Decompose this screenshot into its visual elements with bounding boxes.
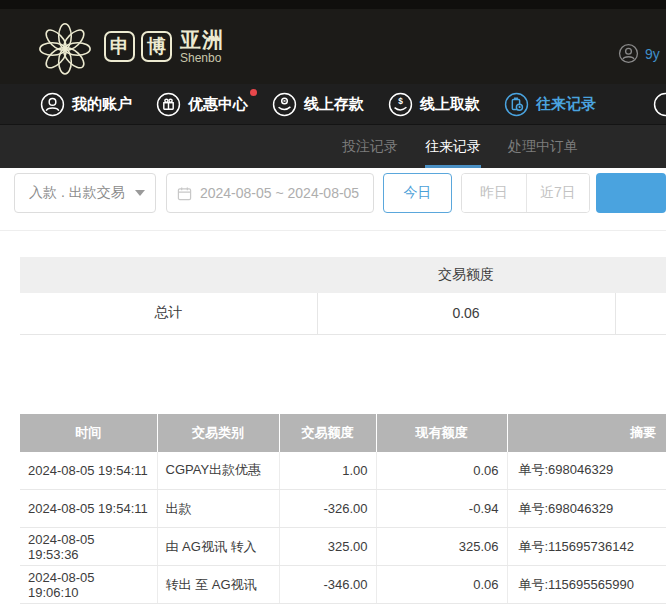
- cell-summary: 单号:698046329: [507, 490, 666, 528]
- cell-amount: -326.00: [279, 490, 376, 528]
- col-header-summary: 摘要: [507, 414, 666, 452]
- nav-item-my-account[interactable]: 我的账户: [40, 92, 132, 117]
- cell-amount: 325.00: [279, 528, 376, 566]
- brand-subtitle: Shenbo: [180, 52, 224, 64]
- col-header-balance: 现有额度: [376, 414, 507, 452]
- cell-amount: -346.00: [279, 566, 376, 604]
- brand-region: 亚洲: [180, 29, 224, 50]
- search-button[interactable]: [596, 173, 666, 213]
- cell-balance: 0.06: [376, 566, 507, 604]
- brand-char-bo: 博: [141, 31, 172, 62]
- filter-toolbar: 入款 . 出款交易 2024-08-05 ~ 2024-08-05 今日 昨日 …: [0, 168, 666, 213]
- date-range-value: 2024-08-05 ~ 2024-08-05: [200, 185, 359, 201]
- summary-header-spacer: [615, 257, 666, 293]
- nav-item-promotions[interactable]: 优惠中心: [156, 92, 248, 117]
- cell-balance: -0.94: [376, 490, 507, 528]
- username-text: 9y: [645, 46, 660, 62]
- main-navbar: 我的账户 优惠中心 线上存款 $ 线上取款: [0, 84, 666, 124]
- deposit-hand-coin-icon: [272, 92, 297, 117]
- cell-summary: 单号:115695736142: [507, 528, 666, 566]
- summary-total-label: 总计: [20, 293, 317, 334]
- records-tab-bar: 投注记录 往来记录 处理中订单: [0, 124, 666, 168]
- cell-summary: 单号:115695565990: [507, 566, 666, 604]
- transaction-type-select[interactable]: 入款 . 出款交易: [14, 173, 156, 213]
- transaction-type-value: 入款 . 出款交易: [29, 184, 125, 202]
- nav-label: 我的账户: [72, 95, 132, 114]
- user-icon: [40, 92, 65, 117]
- top-brand-bar: 申 博 亚洲 Shenbo 9y: [0, 0, 666, 84]
- nav-label: 优惠中心: [188, 95, 248, 114]
- section-divider: [0, 230, 666, 231]
- gift-icon: [156, 92, 181, 117]
- table-row: 2024-08-05 19:53:36 由 AG视讯 转入 325.00 325…: [20, 528, 666, 566]
- date-range-input[interactable]: 2024-08-05 ~ 2024-08-05: [166, 173, 374, 213]
- cell-time: 2024-08-05 19:06:10: [20, 566, 157, 604]
- nav-label: 线上取款: [420, 95, 480, 114]
- quick-range-group: 昨日 近7日: [461, 173, 590, 213]
- chevron-down-icon: [135, 190, 145, 196]
- cell-time: 2024-08-05 19:54:11: [20, 452, 157, 490]
- summary-empty-cell: [615, 293, 666, 334]
- yesterday-button[interactable]: 昨日: [462, 174, 525, 212]
- cell-amount: 1.00: [279, 452, 376, 490]
- col-header-type: 交易类别: [157, 414, 279, 452]
- transactions-header-row: 时间 交易类别 交易额度 现有额度 摘要: [20, 414, 666, 452]
- nav-label: 往来记录: [536, 95, 596, 114]
- nav-item-deposit[interactable]: 线上存款: [272, 92, 364, 117]
- cell-time: 2024-08-05 19:53:36: [20, 528, 157, 566]
- summary-total-value: 0.06: [317, 293, 615, 334]
- cell-type: 由 AG视讯 转入: [157, 528, 279, 566]
- svg-text:$: $: [398, 95, 403, 105]
- nav-item-partial-icon[interactable]: [653, 92, 666, 117]
- calendar-icon: [177, 186, 192, 201]
- user-avatar-icon: [618, 43, 639, 64]
- summary-header-amount: 交易额度: [317, 257, 615, 293]
- nav-item-records[interactable]: 往来记录: [504, 92, 596, 117]
- table-row: 2024-08-05 19:54:11 CGPAY出款优惠 1.00 0.06 …: [20, 452, 666, 490]
- cell-type: CGPAY出款优惠: [157, 452, 279, 490]
- nav-label: 线上存款: [304, 95, 364, 114]
- brand-logo[interactable]: 申 博 亚洲 Shenbo: [36, 18, 224, 76]
- cell-time: 2024-08-05 19:54:11: [20, 490, 157, 528]
- flower-logo-icon: [36, 18, 94, 76]
- cell-type: 转出 至 AG视讯: [157, 566, 279, 604]
- summary-header-row: 交易额度: [20, 257, 666, 293]
- cell-balance: 0.06: [376, 452, 507, 490]
- tab-betting-records[interactable]: 投注记录: [342, 125, 398, 168]
- last7days-button[interactable]: 近7日: [526, 174, 589, 212]
- summary-header-spacer: [20, 257, 317, 293]
- brand-char-shen: 申: [104, 31, 135, 62]
- notification-dot: [250, 89, 257, 96]
- records-clipboard-icon: [504, 92, 529, 117]
- tab-pending-orders[interactable]: 处理中订单: [508, 125, 578, 168]
- col-header-time: 时间: [20, 414, 157, 452]
- cell-type: 出款: [157, 490, 279, 528]
- nav-item-withdraw[interactable]: $ 线上取款: [388, 92, 480, 117]
- tab-transaction-records[interactable]: 往来记录: [425, 125, 481, 168]
- table-row: 2024-08-05 19:54:11 出款 -326.00 -0.94 单号:…: [20, 490, 666, 528]
- summary-total-row: 总计 0.06: [20, 293, 666, 334]
- col-header-amount: 交易额度: [279, 414, 376, 452]
- cell-summary: 单号:698046329: [507, 452, 666, 490]
- today-button[interactable]: 今日: [383, 173, 453, 213]
- cell-balance: 325.06: [376, 528, 507, 566]
- summary-table: 交易额度 总计 0.06: [20, 257, 666, 335]
- table-row: 2024-08-05 19:06:10 转出 至 AG视讯 -346.00 0.…: [20, 566, 666, 604]
- withdraw-hand-dollar-icon: $: [388, 92, 413, 117]
- transactions-table: 时间 交易类别 交易额度 现有额度 摘要 2024-08-05 19:54:11…: [20, 414, 666, 605]
- account-area[interactable]: 9y: [618, 43, 666, 64]
